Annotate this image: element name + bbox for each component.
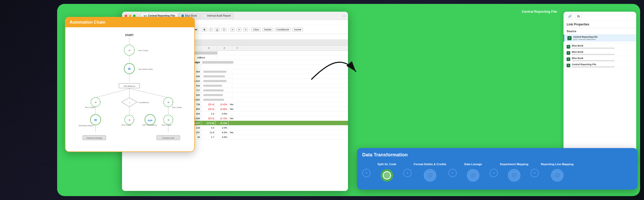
transformation-steps: + Split GL Code + Format Debits & Credit… (362, 161, 632, 182)
source-sheet-name: Q18 / Income Statement (573, 38, 598, 41)
step-format-debits-inner (426, 171, 434, 179)
add-after-step-3[interactable]: + (531, 169, 539, 177)
italic-button[interactable]: I (209, 28, 213, 32)
add-after-step-1[interactable]: + (448, 169, 457, 177)
yes-13: Yes (229, 130, 238, 135)
automation-body: START ⚙ Run Chain W Get Sheet Data Trial… (65, 27, 194, 150)
source-file-name: Central Reporting File (573, 36, 598, 38)
list-item-0[interactable]: X Blue Book (564, 44, 636, 50)
plus-icon-1: + (406, 171, 409, 175)
list-item-1[interactable]: X Blue Book (564, 50, 636, 56)
step-split-gl[interactable]: Split GL Code (373, 161, 401, 182)
link-properties-panel: 🔗 fx Link Properties Source X Central Re… (564, 12, 636, 165)
step-data-lineage-inner (469, 171, 477, 179)
plus-icon-0: + (365, 171, 368, 175)
step-data-lineage-label: Data Lineage (464, 161, 482, 168)
source-file-icon: X (567, 36, 572, 40)
add-after-step-0[interactable]: + (403, 169, 412, 177)
step-dept-mapping-circle (508, 169, 520, 182)
svg-text:⚙: ⚙ (167, 101, 169, 104)
svg-text:START: START (125, 34, 134, 37)
maximize-button[interactable] (133, 15, 136, 17)
list-item-1-bar (572, 54, 615, 55)
svg-text:Run Chain: Run Chain (172, 106, 182, 109)
var1-7: (25.4) (201, 102, 216, 106)
plus-icon-4: + (533, 171, 536, 175)
tab-ia-label: Internal Audit Report (207, 14, 231, 17)
step-split-gl-inner (383, 171, 391, 179)
svg-line-3 (96, 89, 129, 98)
var2-8: (3.8)% (216, 107, 229, 111)
insert-button[interactable]: Insert▾ (292, 28, 303, 32)
word-icon: 📄 (203, 15, 206, 17)
source-item-content: Central Reporting File Q18 / Income Stat… (573, 36, 598, 41)
add-after-step-2[interactable]: + (489, 169, 498, 177)
main-container: Central Reporting File SA Central Report… (57, 4, 640, 196)
svg-text:Run Chain: Run Chain (85, 106, 95, 109)
list-item-3-content: Central Reporting File (572, 63, 633, 68)
var2-13: 4.5% (216, 130, 229, 135)
list-item-0-title: Blue Book (572, 44, 633, 47)
svg-text:SAP Trial Balance: SAP Trial Balance (142, 124, 157, 126)
step-split-gl-circle (381, 169, 393, 182)
yes-10: Yes (229, 116, 238, 121)
underline-button[interactable]: U (214, 28, 220, 32)
automation-chain-panel: Automation Chain START ⚙ (65, 17, 195, 152)
minimize-button[interactable] (129, 15, 131, 17)
var1-13: 11.6 (201, 130, 216, 135)
align-right-button[interactable]: ≡ (243, 28, 248, 32)
svg-text:⚙: ⚙ (129, 49, 130, 52)
painter-button[interactable]: Painter (262, 28, 273, 32)
step-reporting-line[interactable]: Reporting Line Mapping (541, 161, 574, 182)
list-item-0-icon: X (567, 45, 570, 49)
svg-text:Run Chain: Run Chain (162, 124, 172, 126)
align-left-button[interactable]: ≡ (230, 28, 235, 32)
step-format-debits[interactable]: Format Debits & Credits (414, 161, 446, 182)
automation-header: Automation Chain (65, 17, 194, 27)
list-item-2[interactable]: X Blue Book (564, 56, 636, 62)
strikethrough-button[interactable]: S (222, 28, 227, 32)
step-dept-mapping-label: Department Mapping (500, 161, 528, 168)
bold-button[interactable]: B (202, 28, 207, 32)
net-sales-var1: (172.8) (201, 121, 216, 125)
svg-text:Transform SAP: Transform SAP (162, 137, 175, 139)
step-dept-mapping-inner (510, 171, 518, 179)
step-format-debits-label: Format Debits & Credits (414, 161, 446, 168)
list-item-1-icon: X (567, 51, 570, 55)
flow-chart-svg: START ⚙ Run Chain W Get Sheet Data Trial… (70, 31, 189, 151)
conditions-button[interactable]: Conditions▾ (275, 28, 291, 32)
svg-text:⚙: ⚙ (167, 119, 169, 121)
close-button[interactable] (125, 15, 127, 17)
list-item-3[interactable]: X Central Reporting File (564, 62, 636, 69)
yes-7: Yes (229, 102, 238, 106)
crf-title-label: Central Reporting File (522, 10, 557, 14)
list-item-2-content: Blue Book (572, 57, 633, 61)
data-transformation-title: Data Transformation (362, 152, 632, 158)
step-reporting-line-circle (551, 169, 564, 182)
clear-button[interactable]: Clear (251, 28, 261, 32)
tab-internal-audit[interactable]: 📄 Internal Audit Report (200, 13, 234, 19)
var2-10: (2.7)% (216, 116, 229, 121)
link-panel-toolbar: 🔗 fx (564, 12, 636, 21)
svg-text:Workday Report: Workday Report (79, 124, 94, 127)
plus-icon-3: + (492, 171, 495, 175)
step-data-lineage-circle (467, 169, 479, 182)
var2-9: 0.6% (216, 111, 229, 116)
svg-text:Run Chain: Run Chain (122, 124, 131, 126)
list-item-2-bar (572, 60, 615, 61)
step-dept-mapping[interactable]: Department Mapping (500, 161, 528, 182)
step-data-lineage[interactable]: Data Lineage (459, 161, 487, 182)
formula-icon[interactable]: fx (575, 13, 582, 19)
col-d-header: D (201, 45, 217, 50)
add-before-step-0[interactable]: + (362, 169, 371, 177)
link-icon[interactable]: 🔗 (567, 13, 573, 19)
list-item-2-title: Blue Book (572, 57, 633, 59)
var-6 (201, 97, 232, 102)
variance-header-bar (202, 61, 233, 64)
var1-14: 1.7 (201, 135, 216, 139)
align-center-button[interactable]: ≡ (237, 28, 242, 32)
source-item-selected[interactable]: X Central Reporting File Q18 / Income St… (564, 35, 636, 42)
svg-text:⚙: ⚙ (129, 119, 130, 121)
var2-14: 4.5% (216, 135, 229, 139)
var-5 (201, 93, 232, 97)
